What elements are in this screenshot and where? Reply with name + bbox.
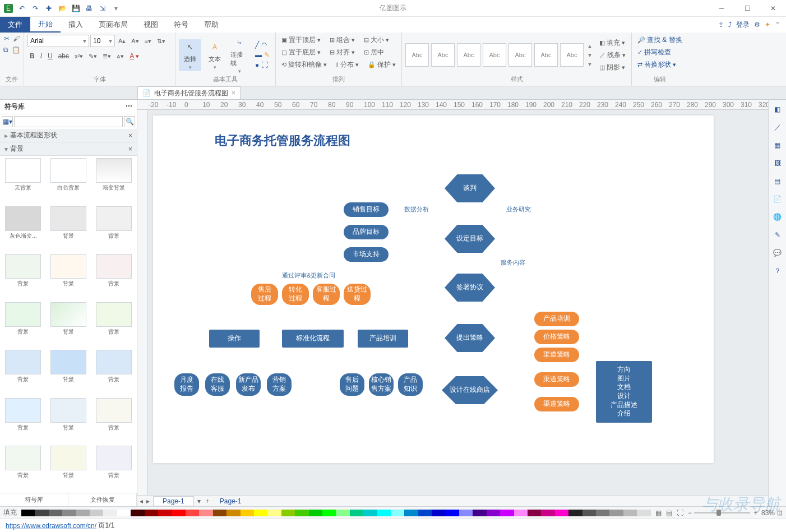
format-link-icon[interactable]: 🌐	[771, 211, 784, 223]
underline-button[interactable]: U	[45, 52, 55, 61]
text-effect-button[interactable]: ᴀ▾	[114, 52, 126, 61]
spacing-icon[interactable]: ⇅▾	[155, 37, 168, 45]
symbol-item[interactable]: 渐变背景	[93, 158, 135, 203]
tab-symbol[interactable]: 符号	[166, 17, 196, 33]
node-strat-channel2[interactable]: 渠道策略	[534, 372, 579, 387]
symbol-item[interactable]: 背景	[93, 254, 135, 299]
symbol-item[interactable]: 背景	[93, 206, 135, 251]
tab-help[interactable]: 帮助	[196, 17, 226, 33]
bullets-button[interactable]: ≣▾	[100, 52, 113, 61]
node-online-cs[interactable]: 在线 客服	[205, 373, 230, 396]
node-goal-market[interactable]: 市场支持	[344, 247, 389, 262]
node-strategy[interactable]: 提出策略	[445, 324, 495, 352]
style-preset[interactable]: Abc	[508, 43, 532, 67]
format-comment-icon[interactable]: 💬	[771, 247, 784, 259]
node-strat-channel[interactable]: 渠道策略	[534, 348, 579, 362]
line-button[interactable]: ／ 线条▾	[597, 50, 628, 61]
arc-shape-icon[interactable]: ◠	[261, 41, 267, 49]
select-tool[interactable]: ↖选择▾	[179, 39, 201, 71]
symbol-item[interactable]: 背景	[2, 446, 44, 491]
highlight-button[interactable]: ✎▾	[86, 52, 99, 61]
symbol-item[interactable]: 白色背景	[48, 158, 90, 203]
connector-tool[interactable]: ⤷连接线▾	[228, 35, 251, 75]
bring-front-button[interactable]: ▣ 置于顶层▾	[279, 35, 323, 45]
node-monthly-report[interactable]: 月度 报告	[174, 373, 199, 396]
node-goal-sales[interactable]: 销售目标	[344, 202, 389, 217]
align-icon[interactable]: ≡▾	[142, 37, 154, 45]
format-page-icon[interactable]: 📄	[771, 193, 784, 205]
close-button[interactable]: ✕	[760, 0, 786, 17]
grow-font-icon[interactable]: A▴	[116, 37, 128, 45]
style-up-icon[interactable]: ▴	[588, 42, 591, 50]
symbol-item[interactable]: 背景	[2, 398, 44, 443]
qat-more-icon[interactable]: ▾	[110, 2, 122, 15]
replace-shape-button[interactable]: ⇄ 替换形状▾	[635, 59, 678, 70]
redo-icon[interactable]: ↷	[29, 2, 41, 15]
category-header[interactable]: ▾背景×	[0, 142, 137, 156]
shrink-font-icon[interactable]: A▾	[129, 37, 141, 45]
group-button[interactable]: ⊞ 组合▾	[327, 35, 357, 45]
tab-recovery[interactable]: 文件恢复	[68, 493, 137, 506]
search-input[interactable]	[14, 116, 123, 127]
text-tool[interactable]: A文本▾	[204, 39, 226, 71]
style-preset[interactable]: Abc	[483, 43, 506, 67]
format-theme-icon[interactable]: ▦	[771, 139, 784, 151]
pencil-icon[interactable]: ✎	[264, 51, 270, 59]
symbol-item[interactable]: 灰色渐变...	[2, 206, 44, 251]
node-standardize[interactable]: 标准化流程	[282, 330, 344, 348]
export-icon[interactable]: ⇲	[96, 2, 109, 15]
format-painter-icon[interactable]: 🖌	[13, 35, 20, 43]
font-color-button[interactable]: A▾	[127, 52, 141, 61]
cut-icon[interactable]: ✂	[4, 35, 10, 43]
node-proc-delivery[interactable]: 送货过 程	[344, 284, 371, 305]
sheet-tab[interactable]: Page-1	[153, 496, 194, 506]
library-picker-icon[interactable]: ▦▾	[2, 116, 13, 127]
symbol-item[interactable]: 背景	[93, 302, 135, 347]
format-note-icon[interactable]: ✎	[771, 229, 784, 241]
node-design-store[interactable]: 设计在线商店	[442, 376, 498, 404]
open-icon[interactable]: 📂	[56, 2, 68, 15]
rotate-button[interactable]: ⟲ 旋转和镜像▾	[279, 59, 329, 70]
superscript-button[interactable]: x²▾	[72, 52, 85, 61]
node-goal-brand[interactable]: 品牌目标	[344, 225, 389, 239]
align-button[interactable]: ⊟ 对齐▾	[327, 47, 357, 58]
symbol-item[interactable]: 背景	[93, 446, 135, 491]
maximize-button[interactable]: ☐	[734, 0, 760, 17]
canvas-scroll[interactable]: 电子商务托管服务流程图	[147, 110, 768, 495]
fill-button[interactable]: ◧ 填充▾	[597, 38, 628, 48]
symbol-item[interactable]: 无背景	[2, 158, 44, 203]
style-preset[interactable]: Abc	[457, 43, 480, 67]
bold-button[interactable]: B	[27, 52, 37, 61]
find-replace-button[interactable]: 🔎 查找 & 替换	[635, 35, 685, 45]
add-sheet-icon[interactable]: ＋	[204, 496, 211, 506]
shadow-button[interactable]: ◫ 阴影▾	[597, 62, 628, 73]
node-set-goal[interactable]: 设定目标	[445, 225, 495, 253]
node-proc-service[interactable]: 客服过 程	[313, 284, 340, 305]
close-doc-icon[interactable]: ×	[232, 89, 235, 97]
spellcheck-button[interactable]: ✓ 拼写检查	[635, 47, 673, 58]
strike-button[interactable]: abc	[56, 52, 71, 61]
node-proc-aftersale[interactable]: 售后 过程	[251, 284, 278, 305]
italic-button[interactable]: I	[38, 52, 44, 61]
distribute-button[interactable]: ⦀ 分布▾	[334, 59, 361, 70]
node-core-sales[interactable]: 核心销 售方案	[369, 373, 394, 396]
zoom-control[interactable]: − ＋ 83% ⊡	[688, 508, 783, 517]
symbol-item[interactable]: 背景	[48, 398, 90, 443]
font-size-select[interactable]: 10▾	[90, 35, 115, 47]
puzzle-icon[interactable]: ✦	[765, 21, 770, 29]
symbol-item[interactable]: 背景	[48, 446, 90, 491]
protect-button[interactable]: 🔒 保护▾	[366, 59, 398, 70]
line-shape-icon[interactable]: ╱	[255, 41, 259, 49]
save-icon[interactable]: 💾	[70, 2, 82, 15]
node-sign[interactable]: 签署协议	[445, 274, 495, 302]
style-down-icon[interactable]: ▾	[588, 51, 591, 59]
drawing-page[interactable]: 电子商务托管服务流程图	[153, 115, 714, 463]
page-nav-next-icon[interactable]: ▸	[146, 497, 150, 505]
symbol-item[interactable]: 背景	[48, 206, 90, 251]
node-negotiate[interactable]: 谈判	[445, 174, 495, 202]
search-icon[interactable]: 🔍	[124, 116, 135, 127]
page-nav-prev-icon[interactable]: ◂	[140, 497, 143, 505]
style-preset[interactable]: Abc	[560, 43, 584, 67]
format-help-icon[interactable]: ？	[771, 265, 784, 277]
document-tab[interactable]: 📄 电子商务托管服务流程图 ×	[137, 86, 241, 99]
